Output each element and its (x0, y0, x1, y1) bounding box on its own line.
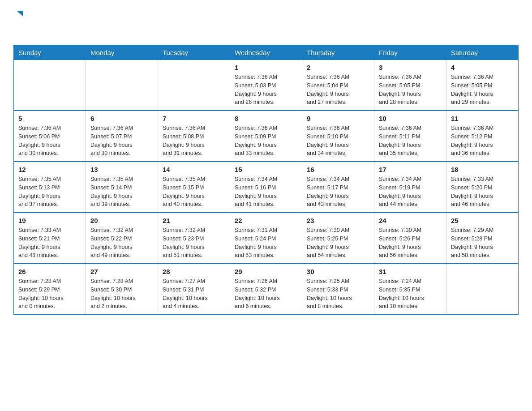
day-number: 2 (307, 64, 369, 71)
day-info: Sunrise: 7:36 AMSunset: 5:05 PMDaylight:… (451, 73, 514, 107)
calendar-cell: 8Sunrise: 7:36 AMSunset: 5:09 PMDaylight… (230, 111, 302, 162)
day-info: Sunrise: 7:36 AMSunset: 5:05 PMDaylight:… (379, 73, 442, 107)
calendar-cell: 2Sunrise: 7:36 AMSunset: 5:04 PMDaylight… (302, 60, 374, 111)
header-tuesday: Tuesday (158, 45, 230, 60)
day-number: 12 (18, 166, 81, 173)
calendar-cell: 31Sunrise: 7:24 AMSunset: 5:35 PMDayligh… (374, 264, 446, 315)
day-info: Sunrise: 7:36 AMSunset: 5:08 PMDaylight:… (163, 124, 225, 158)
calendar-cell: 26Sunrise: 7:28 AMSunset: 5:29 PMDayligh… (14, 264, 86, 315)
week-row-2: 5Sunrise: 7:36 AMSunset: 5:06 PMDaylight… (14, 111, 519, 162)
day-number: 29 (235, 268, 297, 275)
calendar-cell: 30Sunrise: 7:25 AMSunset: 5:33 PMDayligh… (302, 264, 374, 315)
day-number: 28 (163, 268, 225, 275)
day-number: 22 (235, 217, 297, 224)
day-info: Sunrise: 7:33 AMSunset: 5:21 PMDaylight:… (18, 226, 81, 260)
calendar-cell: 18Sunrise: 7:33 AMSunset: 5:20 PMDayligh… (446, 162, 519, 213)
day-info: Sunrise: 7:36 AMSunset: 5:06 PMDaylight:… (18, 124, 81, 158)
calendar-table: SundayMondayTuesdayWednesdayThursdayFrid… (13, 45, 519, 315)
day-number: 19 (18, 217, 81, 224)
day-info: Sunrise: 7:34 AMSunset: 5:17 PMDaylight:… (307, 175, 369, 209)
day-info: Sunrise: 7:35 AMSunset: 5:14 PMDaylight:… (90, 175, 153, 209)
day-info: Sunrise: 7:36 AMSunset: 5:12 PMDaylight:… (451, 124, 514, 158)
day-info: Sunrise: 7:32 AMSunset: 5:22 PMDaylight:… (90, 226, 153, 260)
day-number: 8 (235, 115, 297, 122)
day-info: Sunrise: 7:26 AMSunset: 5:32 PMDaylight:… (235, 277, 297, 311)
day-number: 9 (307, 115, 369, 122)
svg-marker-0 (17, 11, 23, 16)
day-number: 21 (163, 217, 225, 224)
calendar-cell: 25Sunrise: 7:29 AMSunset: 5:28 PMDayligh… (446, 213, 519, 264)
day-info: Sunrise: 7:36 AMSunset: 5:07 PMDaylight:… (90, 124, 153, 158)
day-info: Sunrise: 7:27 AMSunset: 5:31 PMDaylight:… (163, 277, 225, 311)
day-info: Sunrise: 7:36 AMSunset: 5:03 PMDaylight:… (235, 73, 297, 107)
calendar-cell: 13Sunrise: 7:35 AMSunset: 5:14 PMDayligh… (86, 162, 158, 213)
day-info: Sunrise: 7:35 AMSunset: 5:15 PMDaylight:… (163, 175, 225, 209)
day-number: 25 (451, 217, 514, 224)
calendar-cell: 6Sunrise: 7:36 AMSunset: 5:07 PMDaylight… (86, 111, 158, 162)
calendar-cell: 5Sunrise: 7:36 AMSunset: 5:06 PMDaylight… (14, 111, 86, 162)
day-info: Sunrise: 7:36 AMSunset: 5:04 PMDaylight:… (307, 73, 369, 107)
day-info: Sunrise: 7:36 AMSunset: 5:11 PMDaylight:… (379, 124, 442, 158)
calendar-cell: 19Sunrise: 7:33 AMSunset: 5:21 PMDayligh… (14, 213, 86, 264)
day-info: Sunrise: 7:30 AMSunset: 5:26 PMDaylight:… (379, 226, 442, 260)
week-row-1: 1Sunrise: 7:36 AMSunset: 5:03 PMDaylight… (14, 60, 519, 111)
calendar-cell: 4Sunrise: 7:36 AMSunset: 5:05 PMDaylight… (446, 60, 519, 111)
header-sunday: Sunday (14, 45, 86, 60)
day-number: 27 (90, 268, 153, 275)
day-info: Sunrise: 7:36 AMSunset: 5:09 PMDaylight:… (235, 124, 297, 158)
day-number: 7 (163, 115, 225, 122)
logo (13, 9, 25, 37)
day-number: 31 (379, 268, 442, 275)
day-info: Sunrise: 7:24 AMSunset: 5:35 PMDaylight:… (379, 277, 442, 311)
calendar-cell (86, 60, 158, 111)
day-info: Sunrise: 7:25 AMSunset: 5:33 PMDaylight:… (307, 277, 369, 311)
calendar-cell: 7Sunrise: 7:36 AMSunset: 5:08 PMDaylight… (158, 111, 230, 162)
logo-arrow-icon (15, 9, 25, 21)
calendar-cell (446, 264, 519, 315)
day-info: Sunrise: 7:33 AMSunset: 5:20 PMDaylight:… (451, 175, 514, 209)
day-number: 23 (307, 217, 369, 224)
day-number: 5 (18, 115, 81, 122)
day-number: 16 (307, 166, 369, 173)
header-monday: Monday (86, 45, 158, 60)
day-number: 15 (235, 166, 297, 173)
calendar-cell: 27Sunrise: 7:28 AMSunset: 5:30 PMDayligh… (86, 264, 158, 315)
day-number: 11 (451, 115, 514, 122)
calendar-cell: 10Sunrise: 7:36 AMSunset: 5:11 PMDayligh… (374, 111, 446, 162)
calendar-cell: 16Sunrise: 7:34 AMSunset: 5:17 PMDayligh… (302, 162, 374, 213)
calendar-cell: 29Sunrise: 7:26 AMSunset: 5:32 PMDayligh… (230, 264, 302, 315)
day-number: 20 (90, 217, 153, 224)
week-row-5: 26Sunrise: 7:28 AMSunset: 5:29 PMDayligh… (14, 264, 519, 315)
day-number: 26 (18, 268, 81, 275)
day-info: Sunrise: 7:29 AMSunset: 5:28 PMDaylight:… (451, 226, 514, 260)
calendar-header: SundayMondayTuesdayWednesdayThursdayFrid… (14, 45, 519, 60)
day-number: 1 (235, 64, 297, 71)
day-info: Sunrise: 7:30 AMSunset: 5:25 PMDaylight:… (307, 226, 369, 260)
day-info: Sunrise: 7:36 AMSunset: 5:10 PMDaylight:… (307, 124, 369, 158)
day-number: 13 (90, 166, 153, 173)
day-info: Sunrise: 7:31 AMSunset: 5:24 PMDaylight:… (235, 226, 297, 260)
calendar-cell: 21Sunrise: 7:32 AMSunset: 5:23 PMDayligh… (158, 213, 230, 264)
day-info: Sunrise: 7:32 AMSunset: 5:23 PMDaylight:… (163, 226, 225, 260)
day-info: Sunrise: 7:28 AMSunset: 5:30 PMDaylight:… (90, 277, 153, 311)
day-info: Sunrise: 7:35 AMSunset: 5:13 PMDaylight:… (18, 175, 81, 209)
calendar-cell: 28Sunrise: 7:27 AMSunset: 5:31 PMDayligh… (158, 264, 230, 315)
week-row-4: 19Sunrise: 7:33 AMSunset: 5:21 PMDayligh… (14, 213, 519, 264)
day-number: 4 (451, 64, 514, 71)
week-row-3: 12Sunrise: 7:35 AMSunset: 5:13 PMDayligh… (14, 162, 519, 213)
calendar-cell: 15Sunrise: 7:34 AMSunset: 5:16 PMDayligh… (230, 162, 302, 213)
header-wednesday: Wednesday (230, 45, 302, 60)
calendar-cell: 3Sunrise: 7:36 AMSunset: 5:05 PMDaylight… (374, 60, 446, 111)
header-thursday: Thursday (302, 45, 374, 60)
day-info: Sunrise: 7:28 AMSunset: 5:29 PMDaylight:… (18, 277, 81, 311)
day-number: 6 (90, 115, 153, 122)
calendar-cell: 22Sunrise: 7:31 AMSunset: 5:24 PMDayligh… (230, 213, 302, 264)
calendar-cell (14, 60, 86, 111)
header-friday: Friday (374, 45, 446, 60)
day-info: Sunrise: 7:34 AMSunset: 5:19 PMDaylight:… (379, 175, 442, 209)
day-number: 24 (379, 217, 442, 224)
header-saturday: Saturday (446, 45, 519, 60)
day-number: 3 (379, 64, 442, 71)
day-number: 17 (379, 166, 442, 173)
calendar-cell: 23Sunrise: 7:30 AMSunset: 5:25 PMDayligh… (302, 213, 374, 264)
